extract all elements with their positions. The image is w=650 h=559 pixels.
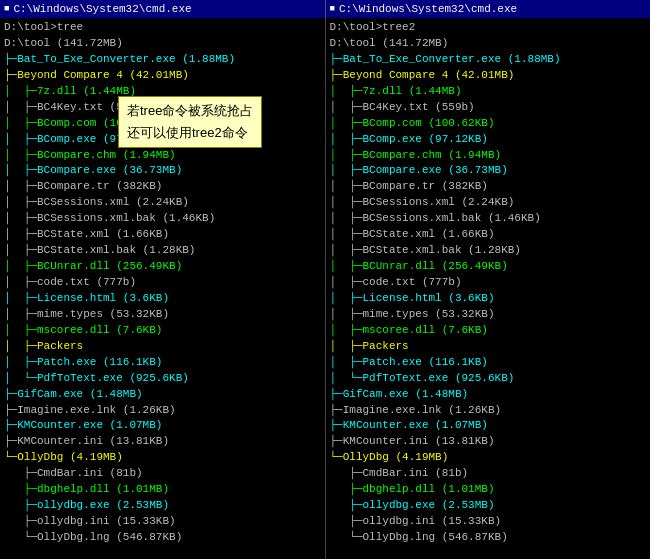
line: │ ├─BCState.xml.bak (1.28KB) <box>4 243 321 259</box>
right-panel[interactable]: D:\tool>tree2D:\tool (141.72MB)├─Bat_To_… <box>326 18 651 559</box>
tooltip-box: 若tree命令被系统抢占 还可以使用tree2命令 <box>118 96 262 148</box>
line: └─OllyDbg.lng (546.87KB) <box>330 530 647 546</box>
left-title-text: C:\Windows\System32\cmd.exe <box>13 3 191 15</box>
line: ├─KMCounter.exe (1.07MB) <box>330 418 647 434</box>
line: │ ├─BCompare.tr (382KB) <box>4 179 321 195</box>
line: │ ├─7z.dll (1.44MB) <box>330 84 647 100</box>
line: D:\tool>tree2 <box>330 20 647 36</box>
left-title-icon: ■ <box>4 4 9 14</box>
line: D:\tool (141.72MB) <box>330 36 647 52</box>
line: │ ├─code.txt (777b) <box>330 275 647 291</box>
line: │ ├─Patch.exe (116.1KB) <box>330 355 647 371</box>
line: │ ├─Patch.exe (116.1KB) <box>4 355 321 371</box>
line: │ ├─mime.types (53.32KB) <box>330 307 647 323</box>
line: │ ├─BCompare.exe (36.73MB) <box>330 163 647 179</box>
line: ├─ollydbg.exe (2.53MB) <box>4 498 321 514</box>
line: │ ├─mscoree.dll (7.6KB) <box>330 323 647 339</box>
line: │ ├─mscoree.dll (7.6KB) <box>4 323 321 339</box>
line: ├─Beyond Compare 4 (42.01MB) <box>4 68 321 84</box>
line: └─OllyDbg (4.19MB) <box>4 450 321 466</box>
line: ├─dbghelp.dll (1.01MB) <box>4 482 321 498</box>
line: │ ├─code.txt (777b) <box>4 275 321 291</box>
line: ├─KMCounter.exe (1.07MB) <box>4 418 321 434</box>
line: ├─ollydbg.ini (15.33KB) <box>330 514 647 530</box>
line: ├─KMCounter.ini (13.81KB) <box>330 434 647 450</box>
line: │ ├─BCUnrar.dll (256.49KB) <box>4 259 321 275</box>
line: ├─GifCam.exe (1.48MB) <box>4 387 321 403</box>
right-content: D:\tool>tree2D:\tool (141.72MB)├─Bat_To_… <box>330 20 647 546</box>
right-title-text: C:\Windows\System32\cmd.exe <box>339 3 517 15</box>
line: │ ├─BCompare.chm (1.94MB) <box>330 148 647 164</box>
line: └─OllyDbg (4.19MB) <box>330 450 647 466</box>
line: │ ├─BCSessions.xml.bak (1.46KB) <box>4 211 321 227</box>
line: D:\tool (141.72MB) <box>4 36 321 52</box>
line: ├─dbghelp.dll (1.01MB) <box>330 482 647 498</box>
tooltip-line1: 若tree命令被系统抢占 <box>127 100 253 122</box>
line: │ ├─BCompare.tr (382KB) <box>330 179 647 195</box>
line: D:\tool>tree <box>4 20 321 36</box>
line: ├─Imagine.exe.lnk (1.26KB) <box>330 403 647 419</box>
line: │ ├─mime.types (53.32KB) <box>4 307 321 323</box>
line: │ ├─BCSessions.xml (2.24KB) <box>4 195 321 211</box>
line: ├─ollydbg.exe (2.53MB) <box>330 498 647 514</box>
left-title-bar[interactable]: ■ C:\Windows\System32\cmd.exe <box>0 0 326 18</box>
line: │ ├─BCompare.chm (1.94MB) <box>4 148 321 164</box>
window-container: ■ C:\Windows\System32\cmd.exe ■ C:\Windo… <box>0 0 650 559</box>
line: │ ├─BC4Key.txt (559b) <box>330 100 647 116</box>
line: │ ├─Packers <box>330 339 647 355</box>
line: ├─CmdBar.ini (81b) <box>330 466 647 482</box>
line: │ ├─License.html (3.6KB) <box>4 291 321 307</box>
line: ├─Bat_To_Exe_Converter.exe (1.88MB) <box>4 52 321 68</box>
line: │ ├─BComp.com (100.62KB) <box>330 116 647 132</box>
line: │ └─PdfToText.exe (925.6KB) <box>4 371 321 387</box>
line: ├─KMCounter.ini (13.81KB) <box>4 434 321 450</box>
line: ├─Imagine.exe.lnk (1.26KB) <box>4 403 321 419</box>
line: ├─ollydbg.ini (15.33KB) <box>4 514 321 530</box>
tooltip-line2: 还可以使用tree2命令 <box>127 122 253 144</box>
line: │ ├─BCSessions.xml (2.24KB) <box>330 195 647 211</box>
line: ├─Beyond Compare 4 (42.01MB) <box>330 68 647 84</box>
line: │ ├─BCompare.exe (36.73MB) <box>4 163 321 179</box>
line: │ ├─BCUnrar.dll (256.49KB) <box>330 259 647 275</box>
title-bars-row: ■ C:\Windows\System32\cmd.exe ■ C:\Windo… <box>0 0 650 18</box>
line: │ ├─BCState.xml (1.66KB) <box>4 227 321 243</box>
line: │ ├─BComp.exe (97.12KB) <box>330 132 647 148</box>
right-title-bar[interactable]: ■ C:\Windows\System32\cmd.exe <box>326 0 651 18</box>
line: ├─Bat_To_Exe_Converter.exe (1.88MB) <box>330 52 647 68</box>
line: └─OllyDbg.lng (546.87KB) <box>4 530 321 546</box>
line: ├─GifCam.exe (1.48MB) <box>330 387 647 403</box>
line: │ └─PdfToText.exe (925.6KB) <box>330 371 647 387</box>
line: │ ├─BCState.xml.bak (1.28KB) <box>330 243 647 259</box>
panels: D:\tool>treeD:\tool (141.72MB)├─Bat_To_E… <box>0 18 650 559</box>
right-title-icon: ■ <box>330 4 335 14</box>
line: ├─CmdBar.ini (81b) <box>4 466 321 482</box>
line: │ ├─BCSessions.xml.bak (1.46KB) <box>330 211 647 227</box>
line: │ ├─Packers <box>4 339 321 355</box>
line: │ ├─License.html (3.6KB) <box>330 291 647 307</box>
line: │ ├─BCState.xml (1.66KB) <box>330 227 647 243</box>
